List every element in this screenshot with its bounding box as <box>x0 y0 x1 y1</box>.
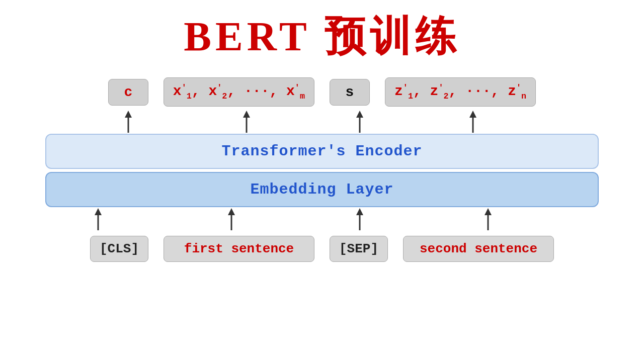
arrow-sep <box>335 208 385 230</box>
embedding-layer-box: Embedding Layer <box>45 172 599 207</box>
svg-marker-13 <box>356 208 363 215</box>
input-first-sentence-label: first sentence <box>184 241 294 256</box>
input-sep-box: [SEP] <box>330 236 388 262</box>
output-z-label: z′1, z′2, ···, z′n <box>394 83 526 101</box>
input-second-sentence-label: second sentence <box>420 241 537 256</box>
input-cls-box: [CLS] <box>90 236 148 262</box>
page-title: BERT 预训练 <box>184 14 460 59</box>
output-c-label: c <box>124 84 132 100</box>
output-row: c x′1, x′2, ···, x′m s z′1, z′2, ···, z′… <box>45 74 599 110</box>
svg-marker-15 <box>485 208 492 215</box>
svg-marker-3 <box>243 111 250 118</box>
input-second-sentence-box: second sentence <box>403 236 554 262</box>
arrow-first <box>143 208 319 230</box>
arrow-z <box>400 111 546 133</box>
input-sep-label: [SEP] <box>339 241 378 256</box>
input-cls-label: [CLS] <box>100 241 139 256</box>
transformer-encoder-box: Transformer's Encoder <box>45 134 599 169</box>
transformer-encoder-label: Transformer's Encoder <box>221 143 422 160</box>
arrows-row-2 <box>45 207 599 231</box>
arrow-second <box>400 208 576 230</box>
arrow-c <box>98 111 158 133</box>
input-row: [CLS] first sentence [SEP] second senten… <box>45 231 599 266</box>
svg-marker-1 <box>125 111 132 118</box>
svg-marker-5 <box>356 111 363 118</box>
svg-marker-11 <box>228 208 235 215</box>
bert-diagram: c x′1, x′2, ···, x′m s z′1, z′2, ···, z′… <box>45 74 599 266</box>
output-s-box: s <box>330 79 370 106</box>
embedding-layer-label: Embedding Layer <box>250 181 393 198</box>
arrow-s <box>335 111 385 133</box>
arrow-cls <box>68 208 128 230</box>
svg-marker-9 <box>95 208 102 215</box>
output-z-box: z′1, z′2, ···, z′n <box>385 77 536 107</box>
output-x-box: x′1, x′2, ···, x′m <box>164 77 314 107</box>
arrow-x <box>174 111 319 133</box>
output-x-label: x′1, x′2, ···, x′m <box>173 83 305 101</box>
arrows-row-1 <box>45 110 599 134</box>
output-s-label: s <box>346 84 354 100</box>
input-first-sentence-box: first sentence <box>164 236 314 262</box>
svg-marker-7 <box>469 111 476 118</box>
output-c-box: c <box>108 79 148 106</box>
